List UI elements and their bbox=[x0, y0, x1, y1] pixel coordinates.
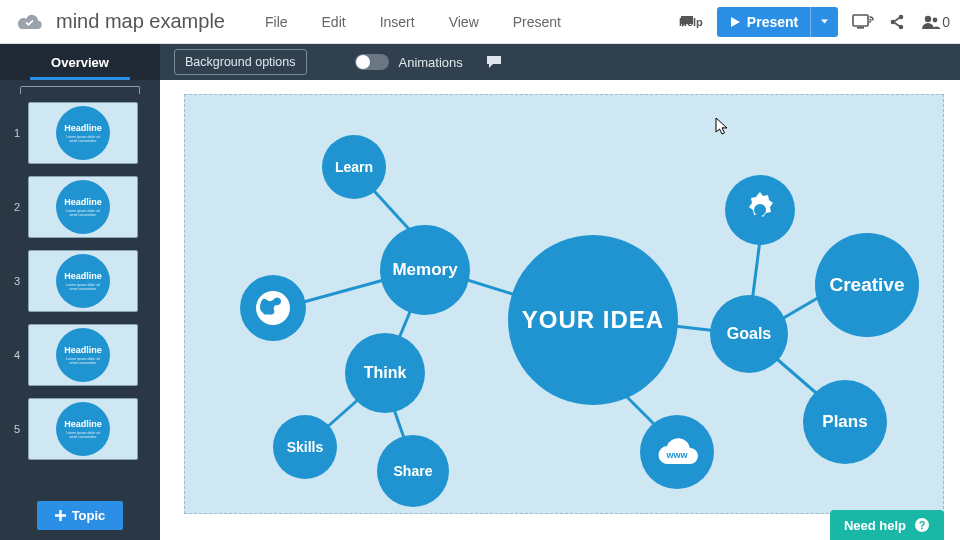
svg-point-7 bbox=[933, 17, 938, 22]
animations-label: Animations bbox=[399, 55, 463, 70]
thumbnail-row[interactable]: 3HeadlineLorem ipsum dolor sit amet cons… bbox=[0, 244, 160, 318]
help-question-icon: ? bbox=[914, 517, 930, 533]
thumbnail-row[interactable]: 2HeadlineLorem ipsum dolor sit amet cons… bbox=[0, 170, 160, 244]
chevron-down-icon bbox=[820, 17, 829, 26]
sub-toolbar: Overview Background options Animations bbox=[0, 44, 960, 80]
present-dropdown[interactable] bbox=[810, 7, 838, 37]
node-think[interactable]: Think bbox=[345, 333, 425, 413]
node-goals[interactable]: Goals bbox=[710, 295, 788, 373]
help-icon[interactable]: Help bbox=[679, 14, 703, 30]
need-help-button[interactable]: Need help ? bbox=[830, 510, 944, 540]
gear-icon bbox=[739, 189, 781, 231]
node-globe[interactable] bbox=[240, 275, 306, 341]
menu-file[interactable]: File bbox=[265, 14, 288, 30]
svg-point-2 bbox=[869, 21, 871, 23]
tab-overview[interactable]: Overview bbox=[0, 44, 160, 80]
menu-present[interactable]: Present bbox=[513, 14, 561, 30]
node-creative[interactable]: Creative bbox=[815, 233, 919, 337]
document-title[interactable]: mind map example bbox=[56, 10, 225, 33]
comment-icon[interactable] bbox=[485, 54, 503, 70]
menu-edit[interactable]: Edit bbox=[322, 14, 346, 30]
present-button[interactable]: Present bbox=[717, 7, 838, 37]
node-center[interactable]: YOUR IDEA bbox=[508, 235, 678, 405]
node-memory[interactable]: Memory bbox=[380, 225, 470, 315]
thumbnail-list: 1HeadlineLorem ipsum dolor sit amet cons… bbox=[0, 96, 160, 493]
remote-present-icon[interactable] bbox=[852, 14, 874, 30]
menu-view[interactable]: View bbox=[449, 14, 479, 30]
thumbnail-row[interactable]: 5HeadlineLorem ipsum dolor sit amet cons… bbox=[0, 392, 160, 466]
topbar-right-group: Help Present 0 bbox=[679, 7, 950, 37]
collaborator-count: 0 bbox=[942, 14, 950, 30]
node-plans[interactable]: Plans bbox=[803, 380, 887, 464]
sidebar-header: Overview bbox=[0, 44, 160, 80]
menu-insert[interactable]: Insert bbox=[380, 14, 415, 30]
canvas-area: YOUR IDEA Memory Learn Think Skills Shar… bbox=[160, 80, 960, 540]
animations-toggle[interactable] bbox=[355, 54, 389, 70]
node-share[interactable]: Share bbox=[377, 435, 449, 507]
svg-text:?: ? bbox=[919, 519, 926, 531]
svg-rect-1 bbox=[857, 27, 864, 29]
selected-frame-indicator bbox=[20, 86, 140, 94]
thumbnail-row[interactable]: 4HeadlineLorem ipsum dolor sit amet cons… bbox=[0, 318, 160, 392]
plus-icon bbox=[55, 510, 66, 521]
node-learn[interactable]: Learn bbox=[322, 135, 386, 199]
workspace: 1HeadlineLorem ipsum dolor sit amet cons… bbox=[0, 80, 960, 540]
svg-text:www: www bbox=[665, 450, 688, 460]
menu-bar: File Edit Insert View Present bbox=[265, 14, 561, 30]
node-skills[interactable]: Skills bbox=[273, 415, 337, 479]
share-icon[interactable] bbox=[888, 13, 906, 31]
top-menu-bar: mind map example File Edit Insert View P… bbox=[0, 0, 960, 44]
cloud-icon: www bbox=[652, 432, 702, 472]
globe-icon bbox=[253, 288, 293, 328]
node-cloud[interactable]: www bbox=[640, 415, 714, 489]
add-topic-button[interactable]: Topic bbox=[37, 501, 124, 530]
svg-point-21 bbox=[754, 204, 766, 216]
svg-rect-0 bbox=[853, 15, 868, 26]
slide-panel: 1HeadlineLorem ipsum dolor sit amet cons… bbox=[0, 80, 160, 540]
thumbnail-row[interactable]: 1HeadlineLorem ipsum dolor sit amet cons… bbox=[0, 96, 160, 170]
app-logo-cloud-icon bbox=[16, 13, 44, 31]
editor-canvas[interactable]: YOUR IDEA Memory Learn Think Skills Shar… bbox=[184, 94, 944, 514]
background-options-button[interactable]: Background options bbox=[174, 49, 307, 75]
node-gear[interactable] bbox=[725, 175, 795, 245]
play-icon bbox=[729, 16, 741, 28]
collaborators-button[interactable]: 0 bbox=[920, 14, 950, 30]
svg-point-6 bbox=[925, 15, 931, 21]
